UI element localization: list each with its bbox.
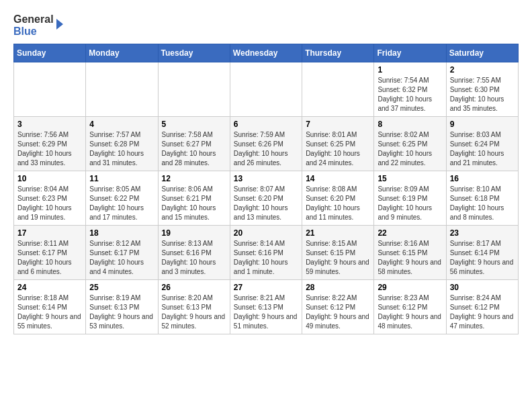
day-header-friday: Friday: [374, 44, 446, 62]
day-info: Sunrise: 8:15 AM Sunset: 6:15 PM Dayligh…: [306, 239, 370, 277]
day-info: Sunrise: 8:23 AM Sunset: 6:12 PM Dayligh…: [378, 293, 442, 331]
calendar-table: SundayMondayTuesdayWednesdayThursdayFrid…: [13, 44, 519, 334]
calendar-week-3: 10Sunrise: 8:04 AM Sunset: 6:23 PM Dayli…: [14, 171, 519, 226]
day-number: 12: [162, 174, 226, 183]
calendar-cell: 21Sunrise: 8:15 AM Sunset: 6:15 PM Dayli…: [302, 226, 374, 280]
day-number: 14: [306, 174, 370, 183]
calendar-cell: 3Sunrise: 7:56 AM Sunset: 6:29 PM Daylig…: [14, 117, 86, 171]
logo: General Blue: [13, 13, 63, 37]
calendar-week-1: 1Sunrise: 7:54 AM Sunset: 6:32 PM Daylig…: [14, 62, 519, 117]
day-number: 1: [378, 65, 442, 75]
calendar-cell: 25Sunrise: 8:19 AM Sunset: 6:13 PM Dayli…: [86, 280, 158, 334]
day-header-wednesday: Wednesday: [230, 44, 302, 62]
page-header: General Blue: [13, 13, 519, 37]
day-number: 25: [89, 283, 154, 292]
day-number: 21: [306, 228, 370, 238]
day-header-sunday: Sunday: [14, 44, 86, 62]
calendar-cell: 7Sunrise: 8:01 AM Sunset: 6:25 PM Daylig…: [302, 117, 374, 171]
calendar-cell: 1Sunrise: 7:54 AM Sunset: 6:32 PM Daylig…: [374, 62, 446, 117]
day-number: 3: [17, 120, 82, 129]
calendar-cell: 4Sunrise: 7:57 AM Sunset: 6:28 PM Daylig…: [86, 117, 158, 171]
day-number: 7: [306, 120, 370, 129]
calendar-cell: 22Sunrise: 8:16 AM Sunset: 6:15 PM Dayli…: [374, 226, 446, 280]
day-info: Sunrise: 8:04 AM Sunset: 6:23 PM Dayligh…: [17, 185, 82, 222]
day-info: Sunrise: 8:08 AM Sunset: 6:20 PM Dayligh…: [306, 185, 370, 222]
day-info: Sunrise: 8:10 AM Sunset: 6:18 PM Dayligh…: [450, 185, 515, 222]
calendar-cell: 13Sunrise: 8:07 AM Sunset: 6:20 PM Dayli…: [230, 171, 302, 226]
day-info: Sunrise: 8:20 AM Sunset: 6:13 PM Dayligh…: [162, 293, 226, 331]
day-number: 22: [378, 228, 442, 238]
logo-text: General Blue: [13, 13, 54, 37]
day-info: Sunrise: 8:13 AM Sunset: 6:16 PM Dayligh…: [162, 239, 226, 277]
calendar-cell: 8Sunrise: 8:02 AM Sunset: 6:25 PM Daylig…: [374, 117, 446, 171]
day-info: Sunrise: 7:56 AM Sunset: 6:29 PM Dayligh…: [17, 130, 82, 168]
day-number: 16: [450, 174, 515, 183]
calendar-cell: 16Sunrise: 8:10 AM Sunset: 6:18 PM Dayli…: [446, 171, 518, 226]
day-number: 5: [162, 120, 226, 129]
day-number: 27: [234, 283, 298, 292]
calendar-cell: 23Sunrise: 8:17 AM Sunset: 6:14 PM Dayli…: [446, 226, 518, 280]
calendar-cell: 14Sunrise: 8:08 AM Sunset: 6:20 PM Dayli…: [302, 171, 374, 226]
day-info: Sunrise: 7:55 AM Sunset: 6:30 PM Dayligh…: [450, 76, 515, 113]
day-number: 11: [89, 174, 154, 183]
calendar-cell: 24Sunrise: 8:18 AM Sunset: 6:14 PM Dayli…: [14, 280, 86, 334]
calendar-cell: [302, 62, 374, 117]
day-number: 29: [378, 283, 442, 292]
calendar-cell: 2Sunrise: 7:55 AM Sunset: 6:30 PM Daylig…: [446, 62, 518, 117]
calendar-cell: 27Sunrise: 8:21 AM Sunset: 6:13 PM Dayli…: [230, 280, 302, 334]
day-info: Sunrise: 8:16 AM Sunset: 6:15 PM Dayligh…: [378, 239, 442, 277]
calendar-cell: 15Sunrise: 8:09 AM Sunset: 6:19 PM Dayli…: [374, 171, 446, 226]
calendar-header-row: SundayMondayTuesdayWednesdayThursdayFrid…: [14, 44, 519, 62]
day-header-tuesday: Tuesday: [158, 44, 230, 62]
calendar-cell: 6Sunrise: 7:59 AM Sunset: 6:26 PM Daylig…: [230, 117, 302, 171]
calendar-cell: 10Sunrise: 8:04 AM Sunset: 6:23 PM Dayli…: [14, 171, 86, 226]
day-info: Sunrise: 8:17 AM Sunset: 6:14 PM Dayligh…: [450, 239, 515, 277]
day-info: Sunrise: 8:12 AM Sunset: 6:17 PM Dayligh…: [89, 239, 154, 277]
day-info: Sunrise: 7:57 AM Sunset: 6:28 PM Dayligh…: [89, 130, 154, 168]
day-info: Sunrise: 7:59 AM Sunset: 6:26 PM Dayligh…: [234, 130, 298, 168]
day-info: Sunrise: 8:06 AM Sunset: 6:21 PM Dayligh…: [162, 185, 226, 222]
day-info: Sunrise: 8:05 AM Sunset: 6:22 PM Dayligh…: [89, 185, 154, 222]
day-number: 28: [306, 283, 370, 292]
day-number: 18: [89, 228, 154, 238]
day-info: Sunrise: 8:07 AM Sunset: 6:20 PM Dayligh…: [234, 185, 298, 222]
day-info: Sunrise: 8:22 AM Sunset: 6:12 PM Dayligh…: [306, 293, 370, 331]
day-number: 30: [450, 283, 515, 292]
logo-wrapper: General Blue: [13, 13, 63, 37]
calendar-week-5: 24Sunrise: 8:18 AM Sunset: 6:14 PM Dayli…: [14, 280, 519, 334]
day-number: 6: [234, 120, 298, 129]
calendar-cell: 17Sunrise: 8:11 AM Sunset: 6:17 PM Dayli…: [14, 226, 86, 280]
day-number: 9: [450, 120, 515, 129]
logo-general: General: [13, 13, 54, 26]
calendar-cell: [86, 62, 158, 117]
calendar-cell: 30Sunrise: 8:24 AM Sunset: 6:12 PM Dayli…: [446, 280, 518, 334]
day-info: Sunrise: 8:11 AM Sunset: 6:17 PM Dayligh…: [17, 239, 82, 277]
day-info: Sunrise: 8:21 AM Sunset: 6:13 PM Dayligh…: [234, 293, 298, 331]
day-info: Sunrise: 8:03 AM Sunset: 6:24 PM Dayligh…: [450, 130, 515, 168]
logo-blue: Blue: [13, 26, 54, 38]
day-info: Sunrise: 7:54 AM Sunset: 6:32 PM Dayligh…: [378, 76, 442, 113]
day-header-thursday: Thursday: [302, 44, 374, 62]
day-info: Sunrise: 8:18 AM Sunset: 6:14 PM Dayligh…: [17, 293, 82, 331]
day-info: Sunrise: 8:01 AM Sunset: 6:25 PM Dayligh…: [306, 130, 370, 168]
day-info: Sunrise: 8:19 AM Sunset: 6:13 PM Dayligh…: [89, 293, 154, 331]
calendar-week-4: 17Sunrise: 8:11 AM Sunset: 6:17 PM Dayli…: [14, 226, 519, 280]
calendar-cell: 28Sunrise: 8:22 AM Sunset: 6:12 PM Dayli…: [302, 280, 374, 334]
calendar-cell: [14, 62, 86, 117]
calendar-cell: 5Sunrise: 7:58 AM Sunset: 6:27 PM Daylig…: [158, 117, 230, 171]
day-number: 13: [234, 174, 298, 183]
day-info: Sunrise: 8:02 AM Sunset: 6:25 PM Dayligh…: [378, 130, 442, 168]
calendar-cell: 29Sunrise: 8:23 AM Sunset: 6:12 PM Dayli…: [374, 280, 446, 334]
calendar-cell: 12Sunrise: 8:06 AM Sunset: 6:21 PM Dayli…: [158, 171, 230, 226]
day-number: 24: [17, 283, 82, 292]
day-number: 15: [378, 174, 442, 183]
calendar-cell: [158, 62, 230, 117]
day-info: Sunrise: 8:09 AM Sunset: 6:19 PM Dayligh…: [378, 185, 442, 222]
calendar-cell: 18Sunrise: 8:12 AM Sunset: 6:17 PM Dayli…: [86, 226, 158, 280]
calendar-cell: 20Sunrise: 8:14 AM Sunset: 6:16 PM Dayli…: [230, 226, 302, 280]
day-info: Sunrise: 8:24 AM Sunset: 6:12 PM Dayligh…: [450, 293, 515, 331]
day-number: 2: [450, 65, 515, 75]
day-info: Sunrise: 7:58 AM Sunset: 6:27 PM Dayligh…: [162, 130, 226, 168]
day-header-saturday: Saturday: [446, 44, 518, 62]
day-number: 17: [17, 228, 82, 238]
